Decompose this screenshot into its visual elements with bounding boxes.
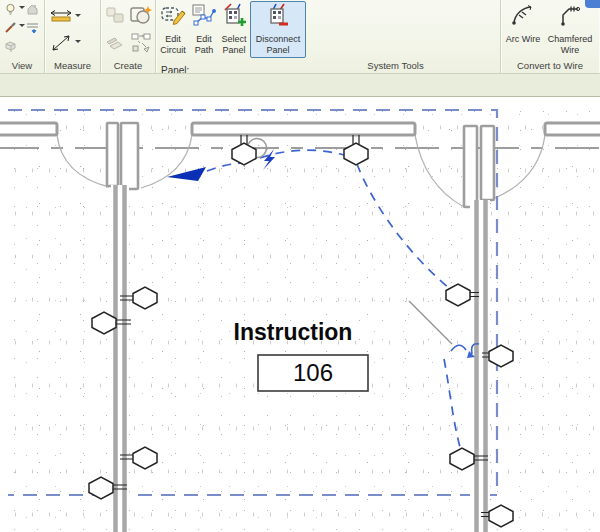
arc-wire-icon (510, 3, 536, 32)
edit-path-button[interactable]: Edit Path (190, 1, 218, 58)
group-icon[interactable] (104, 4, 128, 28)
shape-star-icon[interactable] (128, 4, 154, 28)
select-panel-label: Select Panel (220, 34, 248, 55)
panel-convert-to-wire: Arc Wire Chamfered Wire Convert to Wire (501, 0, 599, 73)
convert-panel-label: Convert to Wire (501, 59, 599, 72)
options-bar (0, 73, 600, 97)
room-name: Instruction (234, 319, 353, 345)
chamfered-wire-button[interactable]: Chamfered Wire (545, 1, 595, 58)
arc-wire-button[interactable]: Arc Wire (502, 1, 544, 58)
lightbulb-icon[interactable] (3, 2, 18, 17)
circuit-wires[interactable] (207, 150, 462, 455)
measure-diagonal-caret-icon[interactable] (75, 40, 81, 46)
homerun-arrow[interactable] (167, 167, 206, 181)
array-icon[interactable] (128, 32, 154, 56)
select-panel-button[interactable]: Select Panel (219, 1, 249, 58)
measure-diagonal-icon[interactable] (48, 32, 74, 54)
panel-measure: Measure (45, 0, 101, 73)
box3d-icon[interactable] (3, 38, 18, 53)
panel-view: View (0, 0, 45, 73)
measure-panel-label: Measure (45, 59, 100, 72)
disconnect-panel-label: Disconnect Panel (251, 34, 305, 55)
receptacle-device[interactable] (344, 135, 368, 165)
measure-horizontal-icon[interactable] (48, 6, 74, 28)
linework-icon[interactable] (25, 20, 40, 35)
render-house-icon[interactable] (25, 2, 40, 17)
chamfered-wire-icon (557, 3, 583, 32)
edit-circuit-button[interactable]: Edit Circuit (157, 1, 189, 58)
leader-line (409, 301, 452, 344)
chamfered-wire-label: Chamfered Wire (546, 34, 594, 55)
paintbrush-icon[interactable] (3, 20, 18, 35)
disconnect-panel-button[interactable]: Disconnect Panel (250, 1, 306, 58)
measure-horizontal-caret-icon[interactable] (75, 14, 81, 20)
ribbon: View Measure (0, 0, 600, 73)
drawing-canvas[interactable]: Instruction 106 (0, 97, 600, 532)
room-tag[interactable]: Instruction 106 (234, 319, 368, 391)
stack-icon[interactable] (104, 32, 128, 56)
view-panel-label: View (0, 59, 44, 72)
edit-path-icon (191, 3, 217, 32)
edit-path-label: Edit Path (191, 34, 217, 55)
floor-plan: Instruction 106 (0, 97, 600, 532)
select-panel-icon (221, 3, 247, 32)
system-tools-panel-label: System Tools (156, 59, 500, 72)
arc-wire-label: Arc Wire (506, 34, 541, 45)
edit-circuit-label: Edit Circuit (158, 34, 188, 55)
panel-create: Create (101, 0, 156, 73)
create-panel-label: Create (101, 59, 155, 72)
ribbon-corner-accent (585, 0, 600, 8)
disconnect-panel-icon (265, 3, 291, 32)
room-number: 106 (293, 359, 333, 386)
edit-circuit-icon (160, 3, 186, 32)
circuit-boundary-path[interactable] (8, 110, 497, 495)
panel-system-tools: Edit Circuit Edit Path Select Panel Disc… (156, 0, 501, 73)
